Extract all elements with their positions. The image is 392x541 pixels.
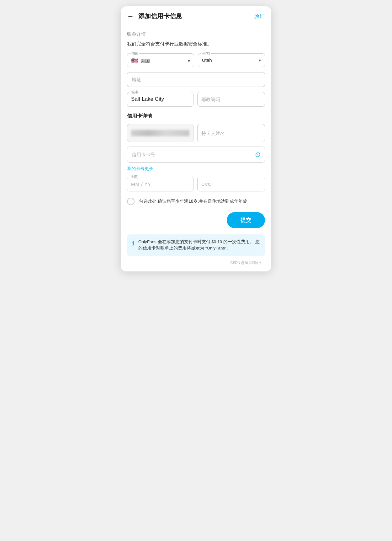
country-select[interactable]: 国家 🇺🇸 美国 ▾ (127, 53, 194, 67)
footer-credit: CSDN @加文阿波乡 (127, 259, 265, 266)
info-text: OnlyFans 会在添加您的支付卡时支付 $0.10 的一次性费用。 您的信用… (138, 239, 260, 252)
city-zip-row: 城市 Salt Lake City (127, 92, 265, 107)
submit-button[interactable]: 提交 (227, 212, 265, 228)
info-box: ℹ OnlyFans 会在添加您的支付卡时支付 $0.10 的一次性费用。 您的… (127, 234, 265, 256)
expiry-value: MM / YY (131, 180, 189, 187)
camera-scan-icon[interactable]: ⊙ (255, 151, 261, 159)
city-label: 城市 (130, 90, 139, 94)
country-value: 美国 (140, 58, 150, 64)
expiry-label: 到期 (130, 174, 139, 179)
us-flag-icon: 🇺🇸 (131, 57, 138, 64)
page-title: 添加信用卡信息 (138, 12, 182, 20)
age-check-label: 勾选此处,确认您至少年满18岁,并在居住地达到成年年龄 (139, 198, 247, 205)
content: 账单详情 我们完全符合支付卡行业数据安全标准。 国家 🇺🇸 美国 ▾ 州/省 U (121, 25, 271, 271)
cvc-input[interactable] (197, 177, 265, 191)
cardholder-input[interactable] (197, 124, 265, 142)
age-check-row: 勾选此处,确认您至少年满18岁,并在居住地达到成年年龄 (127, 198, 265, 205)
card-number-input[interactable] (127, 147, 265, 163)
cc-blurred-content (131, 130, 189, 136)
zip-input[interactable] (197, 92, 265, 107)
longer-card-link[interactable]: 我的卡号更长 (127, 166, 153, 172)
cc-top-row (127, 124, 265, 142)
expiry-cvc-row: 到期 MM / YY (127, 177, 265, 191)
compliance-text: 我们完全符合支付卡行业数据安全标准。 (127, 41, 265, 47)
back-button[interactable]: ← (126, 12, 135, 20)
country-label: 国家 (130, 51, 139, 56)
header: ← 添加信用卡信息 验证 (121, 6, 271, 25)
state-chevron-icon: ▾ (259, 58, 261, 63)
city-value: Salt Lake City (131, 95, 189, 102)
header-left: ← 添加信用卡信息 (126, 12, 182, 20)
submit-row: 提交 (127, 212, 265, 228)
billing-section-title: 账单详情 (127, 31, 265, 37)
country-state-row: 国家 🇺🇸 美国 ▾ 州/省 Utah ▾ (127, 53, 265, 67)
city-field[interactable]: 城市 Salt Lake City (127, 92, 193, 107)
state-label: 州/省 (201, 51, 211, 56)
country-chevron-icon: ▾ (188, 58, 190, 63)
verify-button[interactable]: 验证 (254, 13, 265, 20)
address-input[interactable] (127, 72, 265, 87)
state-select[interactable]: 州/省 Utah ▾ (198, 53, 265, 67)
phone-frame: ← 添加信用卡信息 验证 账单详情 我们完全符合支付卡行业数据安全标准。 国家 … (121, 6, 271, 271)
info-icon: ℹ (132, 239, 135, 247)
age-checkbox[interactable] (127, 198, 135, 205)
cc-preview (127, 124, 193, 142)
cc-number-wrapper: ⊙ (127, 147, 265, 163)
cc-section-title: 信用卡详情 (127, 113, 265, 120)
expiry-field[interactable]: 到期 MM / YY (127, 177, 193, 191)
state-value: Utah (202, 57, 212, 63)
